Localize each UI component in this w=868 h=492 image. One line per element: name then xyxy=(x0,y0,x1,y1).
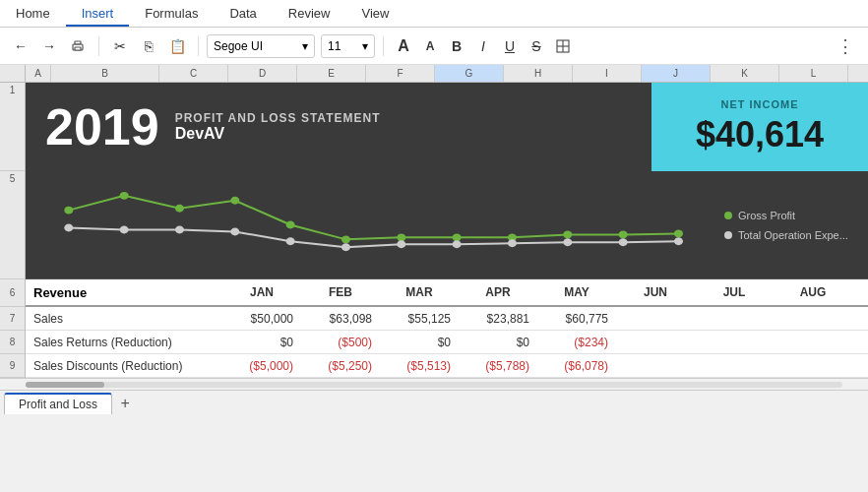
legend-gross-profit: Gross Profit xyxy=(724,210,854,221)
paste-button[interactable]: 📋 xyxy=(164,33,190,59)
sales-label: Sales xyxy=(26,310,222,328)
row-num-5: 5 xyxy=(0,171,25,279)
borders-button[interactable] xyxy=(551,34,575,58)
returns-feb: ($500) xyxy=(301,334,380,351)
scrollbar-area xyxy=(0,378,868,390)
scrollbar-track[interactable] xyxy=(26,382,842,388)
sheet-tab-profit-and-loss[interactable]: Profit and Loss xyxy=(4,393,112,414)
row-num-6: 6 xyxy=(0,279,25,307)
col-header-i: I xyxy=(573,65,642,82)
row-num-1: 1 xyxy=(0,83,25,171)
apr-header: APR xyxy=(459,285,537,299)
strikethrough-button[interactable]: S xyxy=(525,34,548,58)
spreadsheet-area: 1 2 3 4 5 6 7 8 9 2019 PROFIT AND LOSS S… xyxy=(0,83,868,378)
returns-mar: $0 xyxy=(380,334,459,351)
copy-button[interactable]: ⎘ xyxy=(136,33,161,59)
col-header-h: H xyxy=(504,65,573,82)
svg-point-25 xyxy=(453,240,462,248)
sales-returns-label: Sales Returns (Reduction) xyxy=(26,334,222,351)
tab-view[interactable]: View xyxy=(345,0,404,27)
sales-row: Sales $50,000 $63,098 $55,125 $23,881 $6… xyxy=(26,307,868,331)
col-header-j: J xyxy=(642,65,711,82)
svg-point-6 xyxy=(64,207,73,215)
redo-button[interactable]: → xyxy=(36,33,62,59)
col-header-l: L xyxy=(779,65,848,82)
tab-data[interactable]: Data xyxy=(214,0,272,27)
history-group: ← → xyxy=(8,33,91,59)
italic-button[interactable]: I xyxy=(471,34,495,58)
svg-point-13 xyxy=(453,233,462,241)
tab-home[interactable]: Home xyxy=(0,0,66,27)
svg-point-10 xyxy=(286,221,295,229)
discounts-feb: ($5,250) xyxy=(301,357,380,375)
sales-may: $60,775 xyxy=(537,310,616,328)
svg-point-7 xyxy=(120,192,129,200)
font-size-selector[interactable]: 11 ▾ xyxy=(321,34,375,58)
scrollbar-thumb[interactable] xyxy=(26,382,104,388)
sep3 xyxy=(383,36,384,56)
svg-point-11 xyxy=(341,235,350,243)
sales-mar: $55,125 xyxy=(380,310,459,328)
tab-formulas[interactable]: Formulas xyxy=(129,0,214,27)
svg-point-8 xyxy=(175,205,184,213)
returns-jan: $0 xyxy=(222,334,301,351)
chart-section: Gross Profit Total Operation Expe... xyxy=(26,171,868,279)
jan-header: JAN xyxy=(222,285,301,299)
mar-header: MAR xyxy=(380,285,459,299)
net-income-value: $40,614 xyxy=(696,114,824,155)
add-sheet-button[interactable]: + xyxy=(114,393,136,414)
svg-rect-1 xyxy=(75,41,81,44)
sep1 xyxy=(98,36,99,56)
legend-total-ops-label: Total Operation Expe... xyxy=(738,229,848,241)
col-header-f: F xyxy=(366,65,435,82)
font-shrink-button[interactable]: A xyxy=(418,34,442,58)
net-income-label: NET INCOME xyxy=(720,98,798,110)
svg-point-18 xyxy=(64,224,73,232)
year-display: 2019 xyxy=(45,101,159,153)
jul-header: JUL xyxy=(695,285,774,299)
sales-apr: $23,881 xyxy=(459,310,537,328)
tab-review[interactable]: Review xyxy=(273,0,346,27)
feb-header: FEB xyxy=(301,285,380,299)
svg-point-19 xyxy=(120,225,129,233)
format-group: A A B I U S xyxy=(392,34,575,58)
discounts-mar: ($5,513) xyxy=(380,357,459,375)
font-selector[interactable]: Segoe UI ▾ xyxy=(207,34,315,58)
sales-discounts-row: Sales Discounts (Reduction) ($5,000) ($5… xyxy=(26,354,868,378)
svg-point-20 xyxy=(175,225,184,233)
returns-may: ($234) xyxy=(537,334,616,351)
font-grow-button[interactable]: A xyxy=(392,34,415,58)
sep2 xyxy=(198,36,199,56)
corner-cell xyxy=(0,65,26,82)
col-header-c: C xyxy=(159,65,228,82)
sales-feb: $63,098 xyxy=(301,310,380,328)
svg-point-12 xyxy=(397,233,405,241)
returns-apr: $0 xyxy=(459,334,537,351)
net-income-box: NET INCOME $40,614 xyxy=(651,83,868,171)
revenue-header: Revenue xyxy=(26,283,222,302)
chart-legend: Gross Profit Total Operation Expe... xyxy=(711,200,868,251)
pnl-title: PROFIT AND LOSS STATEMENT xyxy=(175,111,381,125)
legend-green-dot xyxy=(724,212,732,219)
bold-button[interactable]: B xyxy=(445,34,468,58)
content-area: 2019 PROFIT AND LOSS STATEMENT DevAV NET… xyxy=(26,83,868,378)
header-section: 2019 PROFIT AND LOSS STATEMENT DevAV NET… xyxy=(26,83,868,171)
toolbar: ← → ✂ ⎘ 📋 Segoe UI ▾ 11 ▾ A A B I U S ⋮ xyxy=(0,28,868,65)
svg-rect-2 xyxy=(75,47,81,50)
company-name: DevAV xyxy=(175,125,381,143)
svg-point-15 xyxy=(563,230,572,238)
more-options-button[interactable]: ⋮ xyxy=(831,35,860,57)
font-size-label: 11 xyxy=(328,39,341,53)
svg-point-23 xyxy=(341,243,350,251)
svg-point-22 xyxy=(286,237,295,245)
row-numbers: 1 2 3 4 5 6 7 8 9 xyxy=(0,83,26,378)
underline-button[interactable]: U xyxy=(498,34,522,58)
jun-header: JUN xyxy=(616,285,695,299)
header-title-block: PROFIT AND LOSS STATEMENT DevAV xyxy=(175,111,381,143)
tab-insert[interactable]: Insert xyxy=(66,0,130,27)
cut-button[interactable]: ✂ xyxy=(107,33,133,59)
undo-button[interactable]: ← xyxy=(8,33,33,59)
col-header-a: A xyxy=(26,65,51,82)
header-left: 2019 PROFIT AND LOSS STATEMENT DevAV xyxy=(26,83,651,171)
print-button[interactable] xyxy=(65,33,91,59)
